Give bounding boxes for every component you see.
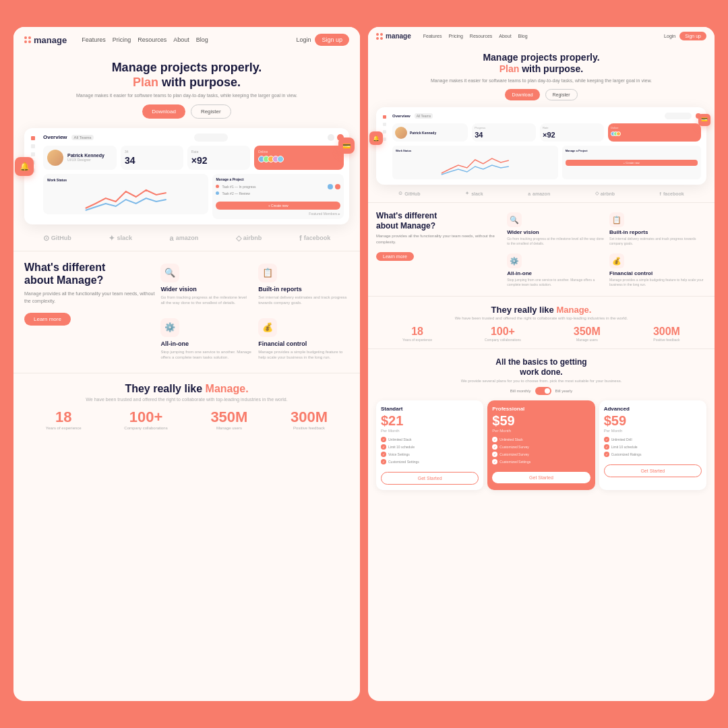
wider-vision-desc: Go from tracking progress at the milesto…	[160, 295, 251, 306]
dash-main-sm: Overview All Teams Patrick Kennedy Progr…	[392, 113, 701, 179]
download-button[interactable]: Download	[142, 104, 185, 119]
feature-built-in-reports: 📋 Built-in reports Set internal delivery…	[258, 261, 349, 309]
dash-chart-title: Work Status	[47, 178, 204, 182]
signup-button[interactable]: Sign up	[315, 34, 349, 46]
stat-experience-label: Years of experience	[46, 426, 82, 430]
stat-u-sm: 350M Manage users	[574, 326, 601, 342]
nav-pricing[interactable]: Pricing	[113, 36, 131, 43]
exp-val-sm: 18	[402, 326, 432, 338]
stat-collaborations: 100+ Company collaborations	[124, 408, 167, 430]
register-button-sm[interactable]: Register	[545, 89, 578, 100]
pro-title: Professional	[492, 406, 590, 412]
learn-btn-sm[interactable]: Learn more	[376, 252, 414, 261]
all-icon-sm: ⚙️	[507, 253, 522, 268]
airbnb-icon: ◇	[236, 234, 241, 243]
sidebar-item	[31, 136, 35, 140]
profile-info-sm: Patrick Kennedy	[410, 131, 436, 135]
register-button[interactable]: Register	[191, 104, 231, 119]
signup-button-sm[interactable]: Sign up	[679, 32, 706, 40]
stat-experience-value: 18	[46, 408, 82, 426]
navbar-sm: manage Features Pricing Resources About …	[368, 27, 715, 45]
login-button[interactable]: Login	[296, 36, 311, 43]
profile-name-sm: Patrick Kennedy	[410, 131, 436, 135]
nav-features-sm[interactable]: Features	[423, 34, 442, 38]
pro-price: $59	[492, 413, 590, 429]
dash-inner: Overview All Teams Patrick Kennedy UI/UX…	[30, 133, 344, 219]
adv-period: Per Month	[604, 429, 702, 433]
pro-feat: ✓ Unlimited Slack	[492, 437, 590, 442]
nav-resources-sm[interactable]: Resources	[470, 34, 492, 38]
stat-collab-value: 100+	[124, 408, 167, 426]
co-val-sm: 100+	[485, 326, 521, 338]
adv-get-started[interactable]: Get Started	[604, 464, 702, 477]
stat-users-label: Manage users	[210, 426, 247, 430]
check-icon: ✓	[604, 452, 609, 457]
dash-avatar	[47, 150, 63, 166]
standart-title: Standart	[381, 406, 479, 412]
dash-search[interactable]	[194, 133, 228, 142]
brand-name-sm: manage	[386, 32, 411, 40]
chart-sm: Work Status	[392, 146, 558, 179]
dash-right-panel: Manage a Project Task #1 — In progress	[212, 174, 344, 219]
pro-get-started[interactable]: Get Started	[492, 472, 590, 483]
features-left: What's differentabout Manage? Manage pro…	[24, 261, 160, 326]
stat-feedback: 300M Positive feedback	[291, 408, 328, 430]
all-name-sm: All-in-one	[507, 270, 604, 276]
allinone-title: All-in-one	[160, 340, 251, 347]
dash-profile-info: Patrick Kennedy UI/UX Designer	[67, 153, 113, 162]
nav-blog[interactable]: Blog	[196, 36, 208, 43]
hero-title-line1: Manage projects properly.	[112, 61, 262, 74]
stat2-sm: Rate ×92	[540, 123, 604, 142]
sidebar-item	[31, 152, 35, 156]
stat1-sm: Progress 34	[472, 123, 536, 142]
divider2	[13, 373, 360, 373]
financial-title: Financial control	[258, 340, 349, 347]
logo-sm[interactable]: manage	[376, 32, 411, 40]
check-icon: ✓	[492, 452, 497, 457]
stat-feedback-label: Positive feedback	[291, 426, 328, 430]
download-button-sm[interactable]: Download	[505, 89, 539, 100]
check-icon: ✓	[604, 437, 609, 442]
dash-chart-left: Work Status	[43, 174, 208, 214]
hero-sub-sm: Manage makes it easier for software team…	[377, 78, 705, 84]
dashboard-sm: 🔔 💳 Overview All Teams	[376, 107, 706, 185]
gh-icon: ⊙	[398, 191, 402, 196]
dash-title-sm: Overview	[392, 114, 411, 118]
pro-feat-text: Customized Survey	[499, 445, 528, 449]
nav-resources[interactable]: Resources	[138, 36, 166, 43]
pro-feat-text: Customized Survey	[499, 452, 528, 456]
nav-blog-sm[interactable]: Blog	[518, 34, 528, 38]
dash-search-sm[interactable]	[665, 113, 692, 119]
feat-text: Unlimited Slack	[388, 437, 411, 442]
slack-logo: ✦ slack	[109, 234, 132, 243]
dash-create-btn[interactable]: + Create new	[216, 202, 340, 210]
amazon-icon: a	[170, 234, 174, 242]
toggle-knob	[545, 388, 550, 394]
dash-profile-role: UI/UX Designer	[67, 158, 113, 162]
nav-about-sm[interactable]: About	[499, 34, 511, 38]
sidebar-dot	[383, 123, 386, 126]
feat-text: Limit 10 schedule	[388, 445, 415, 449]
feat-all-sm: ⚙️ All-in-one Stop jumping from one serv…	[507, 252, 604, 288]
features-left-sm: What's differentabout Manage? Manage pro…	[376, 211, 502, 288]
login-button-sm[interactable]: Login	[664, 34, 675, 38]
divider3	[368, 296, 715, 297]
standart-get-started[interactable]: Get Started	[381, 472, 479, 485]
nav-about[interactable]: About	[173, 36, 189, 43]
create-btn-sm[interactable]: + Create new	[566, 160, 698, 166]
dash-badge-sm: All Teams	[415, 113, 433, 119]
right-panel: manage Features Pricing Resources About …	[368, 27, 715, 701]
pricing-toggle[interactable]	[535, 387, 551, 395]
learn-more-button[interactable]: Learn more	[24, 313, 71, 326]
hero-title: Manage projects properly. Plan with purp…	[27, 61, 346, 90]
fb-val-sm: 300M	[653, 326, 680, 338]
dash-tasks-title: Manage a Project	[216, 177, 340, 181]
standart-period: Per Month	[381, 429, 479, 433]
nav-pricing-sm[interactable]: Pricing	[448, 34, 462, 38]
nav-features[interactable]: Features	[82, 36, 106, 43]
testimonial-sub: We have been trusted and offered the rig…	[24, 397, 349, 402]
reports-desc: Set internal delivery estimates and trac…	[258, 295, 349, 306]
amazon-icon-sm: a	[528, 191, 530, 196]
line-chart-sm	[396, 154, 555, 176]
logo[interactable]: manage	[24, 35, 67, 45]
